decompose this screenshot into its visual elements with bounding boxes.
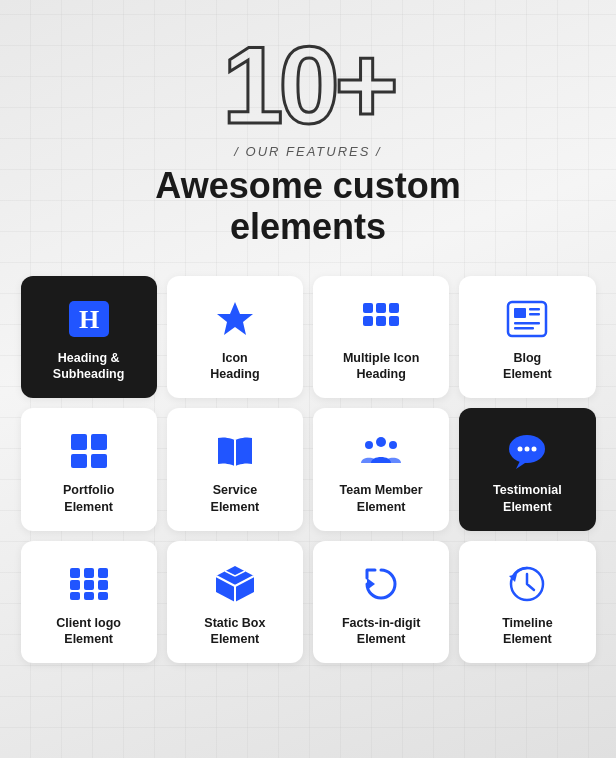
card-timeline-element[interactable]: TimelineElement [459, 541, 595, 664]
svg-rect-18 [91, 454, 107, 468]
grid-apps-icon [361, 298, 401, 340]
card-blog-element-label: BlogElement [503, 350, 552, 383]
portfolio-icon [69, 430, 109, 472]
number-10: 10+ [222, 30, 394, 140]
svg-rect-17 [71, 454, 87, 468]
card-portfolio-element-label: PortfolioElement [63, 482, 114, 515]
card-team-member-element-label: Team MemberElement [340, 482, 423, 515]
card-facts-in-digit-element-label: Facts-in-digitElement [342, 615, 420, 648]
svg-point-25 [518, 447, 523, 452]
refresh-circle-icon [361, 563, 401, 605]
timeline-icon [507, 563, 547, 605]
content-area: 10+ / OUR FEATURES / Awesome custom elem… [20, 30, 596, 663]
svg-rect-34 [70, 592, 80, 600]
svg-rect-35 [84, 592, 94, 600]
card-client-logo-element-label: Client logoElement [56, 615, 121, 648]
card-icon-heading[interactable]: IconHeading [167, 276, 303, 399]
star-icon [215, 298, 255, 340]
svg-rect-33 [98, 580, 108, 590]
page-wrapper: 10+ / OUR FEATURES / Awesome custom elem… [0, 0, 616, 758]
svg-rect-13 [529, 308, 540, 311]
card-timeline-element-label: TimelineElement [502, 615, 552, 648]
svg-point-21 [365, 441, 373, 449]
svg-point-22 [389, 441, 397, 449]
H-letter-icon: H [67, 298, 111, 340]
svg-rect-12 [514, 327, 534, 330]
card-multiple-icon-heading-label: Multiple IconHeading [343, 350, 419, 383]
svg-rect-9 [508, 302, 546, 336]
svg-rect-11 [514, 322, 540, 325]
svg-rect-31 [70, 580, 80, 590]
big-number: 10+ [222, 30, 394, 140]
svg-rect-5 [389, 303, 399, 313]
svg-point-26 [525, 447, 530, 452]
card-client-logo-element[interactable]: Client logoElement [21, 541, 157, 664]
features-label: / OUR FEATURES / [234, 144, 381, 159]
card-static-box-element-label: Static BoxElement [204, 615, 265, 648]
svg-rect-29 [84, 568, 94, 578]
card-team-member-element[interactable]: Team MemberElement [313, 408, 449, 531]
svg-rect-30 [98, 568, 108, 578]
card-testimonial-element[interactable]: TestimonialElement [459, 408, 595, 531]
svg-rect-36 [98, 592, 108, 600]
chat-bubble-icon [506, 430, 548, 472]
svg-rect-7 [376, 316, 386, 326]
card-service-element-label: ServiceElement [211, 482, 260, 515]
card-facts-in-digit-element[interactable]: Facts-in-digitElement [313, 541, 449, 664]
svg-rect-32 [84, 580, 94, 590]
card-icon-heading-label: IconHeading [210, 350, 259, 383]
cards-grid: H Heading &Subheading IconHeading [21, 276, 596, 664]
svg-marker-41 [367, 578, 375, 590]
svg-rect-3 [363, 303, 373, 313]
svg-rect-6 [363, 316, 373, 326]
svg-rect-14 [529, 313, 540, 316]
main-heading: Awesome custom elements [155, 165, 460, 248]
team-icon [359, 430, 403, 472]
client-logo-icon [68, 563, 110, 605]
svg-rect-4 [376, 303, 386, 313]
static-box-icon [214, 563, 256, 605]
card-heading-subheading-label: Heading &Subheading [53, 350, 125, 383]
blog-icon [506, 298, 548, 340]
card-static-box-element[interactable]: Static BoxElement [167, 541, 303, 664]
svg-text:H: H [79, 305, 99, 334]
card-heading-subheading[interactable]: H Heading &Subheading [21, 276, 157, 399]
svg-marker-2 [217, 302, 253, 335]
card-testimonial-element-label: TestimonialElement [493, 482, 562, 515]
svg-rect-8 [389, 316, 399, 326]
card-blog-element[interactable]: BlogElement [459, 276, 595, 399]
card-multiple-icon-heading[interactable]: Multiple IconHeading [313, 276, 449, 399]
card-service-element[interactable]: ServiceElement [167, 408, 303, 531]
service-icon [214, 430, 256, 472]
svg-rect-28 [70, 568, 80, 578]
svg-point-20 [376, 437, 386, 447]
svg-rect-15 [71, 434, 87, 450]
svg-rect-10 [514, 308, 526, 318]
svg-point-27 [532, 447, 537, 452]
card-portfolio-element[interactable]: PortfolioElement [21, 408, 157, 531]
svg-rect-16 [91, 434, 107, 450]
